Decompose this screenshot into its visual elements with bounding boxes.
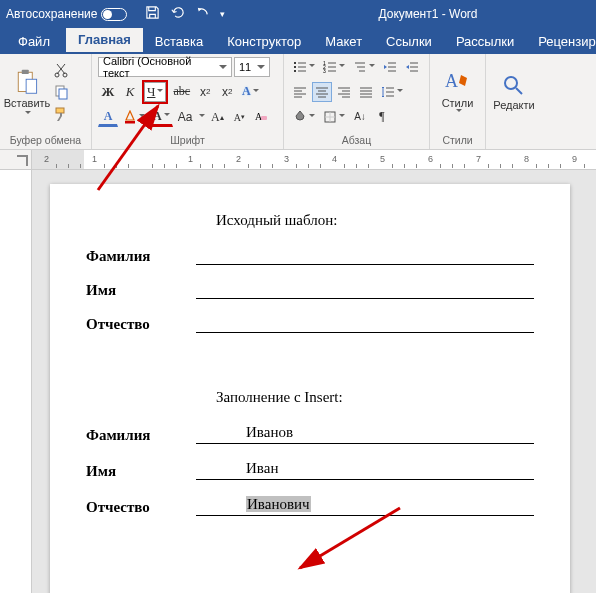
field-patronymic-value[interactable]: Иванович bbox=[196, 496, 534, 516]
ruler-corner[interactable] bbox=[0, 150, 32, 169]
undo-icon[interactable] bbox=[170, 5, 185, 23]
align-right-button[interactable] bbox=[334, 82, 354, 102]
ruler-vertical[interactable] bbox=[0, 170, 32, 593]
svg-text:3: 3 bbox=[323, 68, 326, 74]
ribbon: Вставить Буфер обмена Calibri (Основной … bbox=[0, 54, 596, 150]
field-name-value[interactable]: Иван bbox=[196, 460, 534, 480]
label-surname2: Фамилия bbox=[86, 427, 196, 444]
bullets-button[interactable] bbox=[290, 57, 318, 77]
tab-design[interactable]: Конструктор bbox=[215, 30, 313, 54]
numbering-button[interactable]: 123 bbox=[320, 57, 348, 77]
underline-button[interactable]: Ч bbox=[144, 82, 166, 102]
sort-button[interactable]: A↓ bbox=[350, 107, 370, 127]
paragraph-group-label: Абзац bbox=[290, 134, 423, 147]
document-title: Документ1 - Word bbox=[378, 7, 477, 21]
ruler-number: 1 bbox=[188, 154, 193, 164]
svg-rect-1 bbox=[22, 70, 29, 74]
editing-label: Редакти bbox=[493, 99, 534, 111]
bold-button[interactable]: Ж bbox=[98, 82, 118, 102]
label-patronymic2: Отчество bbox=[86, 499, 196, 516]
tab-layout[interactable]: Макет bbox=[313, 30, 374, 54]
group-clipboard: Вставить Буфер обмена bbox=[0, 54, 92, 149]
group-paragraph: 123 A↓ ¶ Абзац bbox=[284, 54, 430, 149]
justify-button[interactable] bbox=[356, 82, 376, 102]
svg-rect-8 bbox=[125, 121, 135, 124]
tab-references[interactable]: Ссылки bbox=[374, 30, 444, 54]
change-case-button[interactable]: Aa bbox=[175, 107, 196, 127]
field-surname-empty[interactable] bbox=[196, 247, 534, 265]
increase-indent-button[interactable] bbox=[402, 57, 422, 77]
label-surname: Фамилия bbox=[86, 248, 196, 265]
ruler-number: 6 bbox=[428, 154, 433, 164]
svg-rect-2 bbox=[26, 79, 37, 93]
styles-button[interactable]: A Стили bbox=[436, 56, 479, 128]
copy-icon[interactable] bbox=[52, 83, 70, 101]
decrease-indent-button[interactable] bbox=[380, 57, 400, 77]
label-name2: Имя bbox=[86, 463, 196, 480]
font-size-select[interactable]: 11 bbox=[234, 57, 270, 77]
ribbon-tabs: Файл Главная Вставка Конструктор Макет С… bbox=[0, 28, 596, 54]
group-font: Calibri (Основной текст 11 Ж К Ч abc x2 … bbox=[92, 54, 284, 149]
document-area: Исходный шаблон: Фамилия Имя Отчество За… bbox=[0, 170, 596, 593]
tab-insert[interactable]: Вставка bbox=[143, 30, 215, 54]
cut-icon[interactable] bbox=[52, 61, 70, 79]
text-effects-button[interactable]: A bbox=[239, 82, 262, 102]
autosave-toggle[interactable] bbox=[101, 8, 127, 21]
ruler-number: 2 bbox=[44, 154, 49, 164]
strikethrough-button[interactable]: abc bbox=[170, 82, 193, 102]
tab-review[interactable]: Рецензиро bbox=[526, 30, 596, 54]
save-icon[interactable] bbox=[145, 5, 160, 23]
paste-label: Вставить bbox=[4, 97, 51, 109]
ruler-number: 1 bbox=[92, 154, 97, 164]
group-editing: Редакти bbox=[486, 54, 542, 149]
field-name-empty[interactable] bbox=[196, 281, 534, 299]
ruler-number: 3 bbox=[284, 154, 289, 164]
section2-title: Заполнение с Insert: bbox=[216, 389, 534, 406]
editing-button[interactable]: Редакти bbox=[492, 56, 536, 128]
svg-point-12 bbox=[294, 66, 296, 68]
qat-more-icon[interactable]: ▾ bbox=[220, 9, 225, 19]
line-spacing-button[interactable] bbox=[378, 82, 406, 102]
grow-font-button[interactable]: A▴ bbox=[207, 107, 227, 127]
group-styles: A Стили Стили bbox=[430, 54, 486, 149]
superscript-button[interactable]: x2 bbox=[217, 82, 237, 102]
field-patronymic-empty[interactable] bbox=[196, 315, 534, 333]
svg-point-11 bbox=[294, 62, 296, 64]
ruler-horizontal[interactable]: 2112345678910 bbox=[0, 150, 596, 170]
paste-button[interactable]: Вставить bbox=[6, 56, 48, 128]
svg-point-19 bbox=[505, 77, 517, 89]
tab-file[interactable]: Файл bbox=[6, 30, 62, 54]
svg-point-13 bbox=[294, 70, 296, 72]
font-name-select[interactable]: Calibri (Основной текст bbox=[98, 57, 232, 77]
font-color-button[interactable] bbox=[120, 107, 148, 127]
multilevel-list-button[interactable] bbox=[350, 57, 378, 77]
format-painter-icon[interactable] bbox=[52, 105, 70, 123]
font-color2-button[interactable]: A bbox=[150, 107, 173, 127]
show-marks-button[interactable]: ¶ bbox=[372, 107, 392, 127]
italic-button[interactable]: К bbox=[120, 82, 140, 102]
page[interactable]: Исходный шаблон: Фамилия Имя Отчество За… bbox=[50, 184, 570, 593]
borders-button[interactable] bbox=[320, 107, 348, 127]
svg-rect-7 bbox=[56, 108, 64, 113]
clipboard-group-label: Буфер обмена bbox=[6, 134, 85, 147]
ruler-number: 2 bbox=[236, 154, 241, 164]
clear-formatting-button[interactable]: A bbox=[251, 107, 271, 127]
redo-icon[interactable] bbox=[195, 5, 210, 23]
text-highlight-color-button[interactable]: A bbox=[98, 107, 118, 127]
ruler-number: 7 bbox=[476, 154, 481, 164]
font-group-label: Шрифт bbox=[98, 134, 277, 147]
shrink-font-button[interactable]: A▾ bbox=[229, 107, 249, 127]
underline-highlight: Ч bbox=[142, 80, 168, 104]
titlebar: Автосохранение ▾ Документ1 - Word bbox=[0, 0, 596, 28]
label-name: Имя bbox=[86, 282, 196, 299]
subscript-button[interactable]: x2 bbox=[195, 82, 215, 102]
svg-text:A: A bbox=[445, 71, 458, 91]
shading-button[interactable] bbox=[290, 107, 318, 127]
ruler-number: 8 bbox=[524, 154, 529, 164]
align-center-button[interactable] bbox=[312, 82, 332, 102]
field-surname-value[interactable]: Иванов bbox=[196, 424, 534, 444]
tab-mailings[interactable]: Рассылки bbox=[444, 30, 526, 54]
section1-title: Исходный шаблон: bbox=[216, 212, 534, 229]
tab-home[interactable]: Главная bbox=[66, 28, 143, 54]
align-left-button[interactable] bbox=[290, 82, 310, 102]
